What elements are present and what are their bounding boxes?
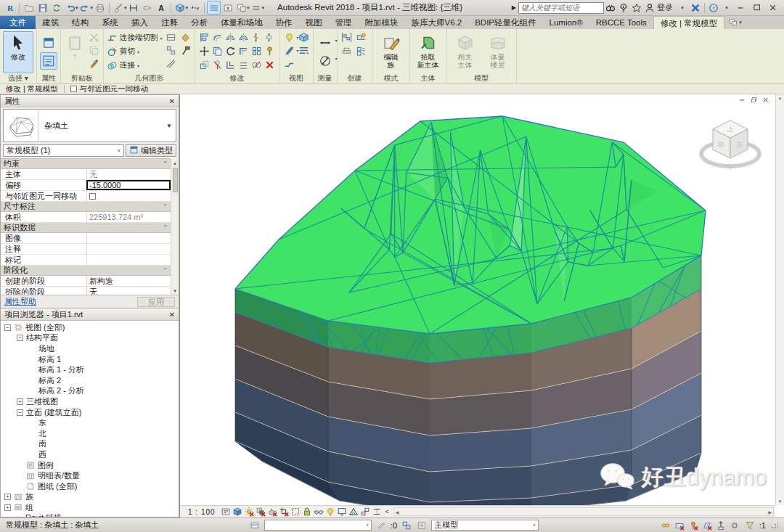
copy-button[interactable]	[211, 45, 224, 57]
save-icon[interactable]	[36, 1, 49, 15]
sun-path-icon[interactable]	[243, 507, 255, 517]
close-hidden-windows-icon[interactable]	[221, 1, 234, 15]
search-expand-arrow[interactable]: ▶	[512, 4, 516, 11]
tab-注释[interactable]: 注释	[155, 16, 184, 29]
properties-scrollbar[interactable]: ▲▼	[171, 159, 179, 295]
edit-family-button[interactable]: 编辑 族	[376, 31, 407, 73]
section-header[interactable]: 尺寸标注⌃	[1, 202, 171, 212]
pick-new-host-button[interactable]: 拾取 新主体	[413, 31, 444, 73]
split-with-gap-button[interactable]	[264, 31, 276, 44]
collapse-icon[interactable]: −	[17, 409, 23, 416]
project-browser-close-icon[interactable]: ✕	[169, 311, 175, 319]
unjoin-button[interactable]	[250, 59, 263, 71]
copy-to-clipboard-button[interactable]	[88, 44, 100, 57]
help-dropdown[interactable]: ▾	[720, 1, 733, 15]
wall-joins-button[interactable]	[165, 44, 177, 57]
temporary-hide-isolate-icon[interactable]	[313, 507, 324, 517]
tab-Lumion®[interactable]: Lumion®	[543, 16, 589, 29]
delete-button[interactable]	[264, 59, 276, 71]
help-icon[interactable]: ?	[707, 1, 720, 15]
tab-附加模块[interactable]: 附加模块	[359, 16, 405, 29]
vertical-scrollbar[interactable]: ▲▼	[775, 94, 784, 505]
cut-to-clipboard-button[interactable]	[88, 31, 100, 44]
tree-item-西[interactable]: 西	[1, 449, 179, 460]
detail-level-icon[interactable]	[220, 507, 232, 517]
tree-item-族[interactable]: +族	[1, 492, 179, 503]
cut-geometry-button[interactable]: 剪切▾	[107, 45, 163, 58]
aligned-dimension-icon[interactable]	[127, 1, 141, 15]
move-button[interactable]	[198, 45, 211, 57]
thin-lines-icon[interactable]	[207, 1, 221, 15]
properties-help-link[interactable]: 属性帮助	[4, 296, 36, 307]
create-group-button[interactable]	[340, 31, 353, 44]
close-button[interactable]	[765, 1, 781, 15]
select-by-face-toggle[interactable]	[701, 520, 713, 531]
show-crop-region-icon[interactable]	[290, 507, 301, 517]
expand-icon[interactable]: +	[4, 504, 11, 511]
join-geometry-button[interactable]: 连接▾	[107, 59, 163, 72]
tree-item-Revit 链接[interactable]: Revit 链接	[1, 513, 179, 517]
property-value[interactable]	[86, 255, 171, 265]
drawing-area[interactable]: 上 前 东 ▲▼ 好丑dynamo 1 : 100 < ◀▶	[179, 94, 784, 517]
tree-item-图纸 (全部)[interactable]: 图纸 (全部)	[1, 481, 179, 492]
text-icon[interactable]: A	[155, 1, 168, 15]
tab-视图[interactable]: 视图	[299, 16, 329, 29]
rendering-dialog-icon[interactable]	[266, 507, 278, 517]
property-value[interactable]: 无	[86, 287, 171, 295]
create-parts-button[interactable]	[355, 45, 367, 57]
tree-item-东[interactable]: 东	[1, 417, 179, 428]
type-selector[interactable]: 杂填土 ▼	[3, 109, 176, 142]
tab-modify-context[interactable]: 修改 | 常规模型	[653, 16, 724, 29]
split-face-button[interactable]	[165, 57, 177, 70]
beam-coping-button[interactable]	[165, 31, 177, 44]
tree-item-场地[interactable]: 场地	[1, 343, 179, 354]
tree-item-组[interactable]: +组	[1, 502, 179, 513]
override-graphics-button[interactable]	[298, 44, 310, 57]
tree-item-南[interactable]: 南	[1, 439, 179, 450]
mass-floors-button[interactable]: 体量 楼层	[483, 31, 513, 73]
tree-item-立面 (建筑立面)[interactable]: −立面 (建筑立面)	[1, 407, 179, 418]
split-element-button[interactable]	[250, 31, 263, 44]
minimize-button[interactable]	[733, 1, 749, 15]
tab-体量和场地[interactable]: 体量和场地	[214, 16, 269, 29]
tree-item-结构平面[interactable]: −结构平面	[1, 333, 179, 344]
expand-icon[interactable]: +	[17, 398, 23, 405]
signin-icon[interactable]	[643, 1, 656, 15]
crop-view-icon[interactable]	[278, 507, 290, 517]
background-processes-toggle[interactable]	[729, 520, 740, 531]
viewcube[interactable]: 上 前 东	[695, 110, 765, 179]
move-with-nearby-checkbox[interactable]: 与邻近图元一同移动	[70, 84, 149, 94]
match-type-properties-button[interactable]	[88, 57, 100, 70]
offset-copy-button[interactable]	[237, 59, 250, 71]
tree-item-三维视图[interactable]: +三维视图	[1, 396, 179, 407]
tab-结构[interactable]: 结构	[65, 16, 95, 29]
property-value[interactable]	[86, 233, 171, 243]
visual-style-icon[interactable]	[232, 507, 243, 517]
tab-管理[interactable]: 管理	[329, 16, 359, 29]
properties-palette-button[interactable]	[40, 52, 57, 70]
type-properties-button[interactable]	[40, 34, 57, 52]
lock-3d-view-icon[interactable]	[301, 507, 313, 517]
array-button[interactable]	[250, 45, 263, 57]
highlight-displacement-sets-icon[interactable]	[359, 507, 371, 517]
design-options-dropdown[interactable]: 主模型˅	[431, 520, 539, 531]
signin-label[interactable]: 登录	[657, 2, 673, 13]
trim-extend-button[interactable]	[237, 45, 250, 57]
view-minimize-icon[interactable]	[739, 97, 746, 105]
tab-协作[interactable]: 协作	[269, 16, 299, 29]
apply-button[interactable]: 应用	[137, 297, 175, 307]
measure-between-refs-button[interactable]: ▾	[317, 34, 334, 52]
vcb-collapse-icon[interactable]: <	[383, 508, 392, 515]
select-underlay-toggle[interactable]	[674, 520, 685, 531]
instance-filter-combo[interactable]: 常规模型 (1) ˅	[3, 144, 124, 157]
help-search-input[interactable]	[518, 2, 604, 14]
related-hosts-button[interactable]: 相关 主体	[450, 31, 481, 73]
tab-BDIP轻量化组件[interactable]: BDIP轻量化组件	[468, 16, 542, 29]
unpin-button[interactable]	[211, 59, 224, 71]
reveal-constraints-icon[interactable]	[371, 507, 383, 517]
linework-button[interactable]: ▾	[283, 44, 295, 57]
tag-by-category-icon[interactable]	[141, 1, 155, 15]
open-file-icon[interactable]	[22, 1, 36, 15]
tab-RBCCE Tools[interactable]: RBCCE Tools	[589, 16, 653, 29]
tree-item-视图 (全部)[interactable]: −视图 (全部)	[1, 322, 179, 333]
